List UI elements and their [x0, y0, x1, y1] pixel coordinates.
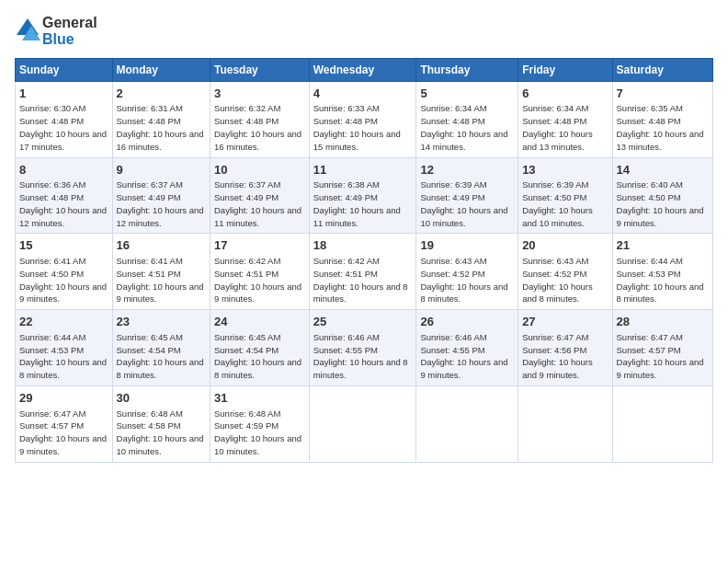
day-info: Sunrise: 6:36 AMSunset: 4:48 PMDaylight:… [19, 179, 107, 227]
day-info: Sunrise: 6:35 AMSunset: 4:48 PMDaylight:… [617, 103, 704, 151]
day-number: 30 [117, 390, 206, 407]
day-cell: 31Sunrise: 6:48 AMSunset: 4:59 PMDayligh… [210, 385, 310, 462]
day-cell: 18Sunrise: 6:42 AMSunset: 4:51 PMDayligh… [309, 234, 416, 310]
day-cell: 24Sunrise: 6:45 AMSunset: 4:54 PMDayligh… [210, 310, 310, 386]
day-cell: 6Sunrise: 6:34 AMSunset: 4:48 PMDaylight… [518, 81, 612, 157]
day-number: 23 [117, 314, 206, 330]
day-number: 17 [214, 237, 305, 254]
day-info: Sunrise: 6:34 AMSunset: 4:48 PMDaylight:… [522, 103, 593, 151]
week-row-2: 8Sunrise: 6:36 AMSunset: 4:48 PMDaylight… [16, 157, 713, 234]
day-cell: 26Sunrise: 6:46 AMSunset: 4:55 PMDayligh… [416, 310, 518, 386]
header-cell-monday: Monday [112, 58, 210, 81]
day-number: 29 [19, 390, 108, 407]
day-info: Sunrise: 6:45 AMSunset: 4:54 PMDaylight:… [214, 332, 301, 380]
week-row-4: 22Sunrise: 6:44 AMSunset: 4:53 PMDayligh… [16, 310, 713, 386]
day-cell: 4Sunrise: 6:33 AMSunset: 4:48 PMDaylight… [309, 81, 416, 157]
day-number: 6 [522, 86, 608, 102]
day-number: 18 [313, 237, 413, 254]
day-cell: 21Sunrise: 6:44 AMSunset: 4:53 PMDayligh… [612, 234, 712, 310]
header: General Blue [15, 15, 713, 49]
day-cell [309, 385, 416, 462]
day-number: 24 [214, 314, 305, 330]
day-info: Sunrise: 6:48 AMSunset: 4:58 PMDaylight:… [117, 408, 204, 456]
day-cell: 16Sunrise: 6:41 AMSunset: 4:51 PMDayligh… [112, 234, 210, 310]
day-info: Sunrise: 6:37 AMSunset: 4:49 PMDaylight:… [117, 179, 204, 227]
day-cell: 20Sunrise: 6:43 AMSunset: 4:52 PMDayligh… [518, 234, 612, 310]
day-cell: 9Sunrise: 6:37 AMSunset: 4:49 PMDaylight… [112, 157, 210, 234]
day-number: 15 [19, 237, 108, 254]
day-info: Sunrise: 6:38 AMSunset: 4:49 PMDaylight:… [313, 179, 401, 227]
day-cell: 14Sunrise: 6:40 AMSunset: 4:50 PMDayligh… [612, 157, 712, 234]
day-number: 13 [522, 162, 608, 178]
day-cell: 5Sunrise: 6:34 AMSunset: 4:48 PMDaylight… [416, 81, 518, 157]
day-info: Sunrise: 6:34 AMSunset: 4:48 PMDaylight:… [420, 103, 507, 151]
day-cell: 27Sunrise: 6:47 AMSunset: 4:56 PMDayligh… [518, 310, 612, 386]
header-cell-tuesday: Tuesday [210, 58, 310, 81]
day-cell: 12Sunrise: 6:39 AMSunset: 4:49 PMDayligh… [416, 157, 518, 234]
day-info: Sunrise: 6:44 AMSunset: 4:53 PMDaylight:… [19, 332, 107, 380]
day-number: 21 [617, 237, 709, 254]
day-info: Sunrise: 6:30 AMSunset: 4:48 PMDaylight:… [19, 103, 107, 151]
day-info: Sunrise: 6:46 AMSunset: 4:55 PMDaylight:… [313, 332, 408, 380]
calendar-table: SundayMondayTuesdayWednesdayThursdayFrid… [15, 58, 713, 463]
header-cell-sunday: Sunday [16, 58, 113, 81]
day-number: 27 [522, 314, 608, 330]
day-info: Sunrise: 6:33 AMSunset: 4:48 PMDaylight:… [313, 103, 401, 151]
day-info: Sunrise: 6:46 AMSunset: 4:55 PMDaylight:… [420, 332, 507, 380]
day-cell: 17Sunrise: 6:42 AMSunset: 4:51 PMDayligh… [210, 234, 310, 310]
day-number: 3 [214, 86, 305, 102]
day-cell: 28Sunrise: 6:47 AMSunset: 4:57 PMDayligh… [612, 310, 712, 386]
day-info: Sunrise: 6:43 AMSunset: 4:52 PMDaylight:… [420, 256, 507, 304]
week-row-3: 15Sunrise: 6:41 AMSunset: 4:50 PMDayligh… [16, 234, 713, 310]
header-cell-friday: Friday [518, 58, 612, 81]
day-number: 10 [214, 162, 305, 178]
logo-line2: Blue [42, 31, 97, 48]
day-number: 16 [117, 237, 206, 254]
day-number: 25 [313, 314, 413, 330]
day-info: Sunrise: 6:44 AMSunset: 4:53 PMDaylight:… [617, 256, 704, 304]
day-number: 12 [420, 162, 514, 178]
day-number: 2 [117, 86, 206, 102]
day-info: Sunrise: 6:45 AMSunset: 4:54 PMDaylight:… [117, 332, 204, 380]
logo-icon [15, 17, 40, 42]
day-info: Sunrise: 6:37 AMSunset: 4:49 PMDaylight:… [214, 179, 301, 227]
logo: General Blue [15, 15, 97, 49]
day-number: 26 [420, 314, 514, 330]
day-number: 9 [117, 162, 206, 178]
day-info: Sunrise: 6:40 AMSunset: 4:50 PMDaylight:… [617, 179, 704, 227]
day-number: 4 [313, 86, 413, 102]
day-cell [612, 385, 712, 462]
day-cell: 8Sunrise: 6:36 AMSunset: 4:48 PMDaylight… [16, 157, 113, 234]
day-cell: 10Sunrise: 6:37 AMSunset: 4:49 PMDayligh… [210, 157, 310, 234]
day-cell: 7Sunrise: 6:35 AMSunset: 4:48 PMDaylight… [612, 81, 712, 157]
header-cell-saturday: Saturday [612, 58, 712, 81]
day-number: 7 [617, 86, 709, 102]
day-cell: 11Sunrise: 6:38 AMSunset: 4:49 PMDayligh… [309, 157, 416, 234]
day-cell: 15Sunrise: 6:41 AMSunset: 4:50 PMDayligh… [16, 234, 113, 310]
day-cell [416, 385, 518, 462]
calendar-page: General Blue SundayMondayTuesdayWednesda… [0, 0, 728, 563]
day-cell: 22Sunrise: 6:44 AMSunset: 4:53 PMDayligh… [16, 310, 113, 386]
day-number: 5 [420, 86, 514, 102]
day-info: Sunrise: 6:41 AMSunset: 4:51 PMDaylight:… [117, 256, 204, 304]
day-info: Sunrise: 6:42 AMSunset: 4:51 PMDaylight:… [214, 256, 301, 304]
day-info: Sunrise: 6:31 AMSunset: 4:48 PMDaylight:… [117, 103, 204, 151]
day-cell: 23Sunrise: 6:45 AMSunset: 4:54 PMDayligh… [112, 310, 210, 386]
day-cell: 3Sunrise: 6:32 AMSunset: 4:48 PMDaylight… [210, 81, 310, 157]
day-info: Sunrise: 6:47 AMSunset: 4:57 PMDaylight:… [19, 408, 107, 456]
day-cell: 19Sunrise: 6:43 AMSunset: 4:52 PMDayligh… [416, 234, 518, 310]
week-row-5: 29Sunrise: 6:47 AMSunset: 4:57 PMDayligh… [16, 385, 713, 462]
day-cell: 29Sunrise: 6:47 AMSunset: 4:57 PMDayligh… [16, 385, 113, 462]
day-cell: 2Sunrise: 6:31 AMSunset: 4:48 PMDaylight… [112, 81, 210, 157]
day-info: Sunrise: 6:39 AMSunset: 4:50 PMDaylight:… [522, 179, 593, 227]
logo-line1: General [42, 15, 97, 31]
day-number: 22 [19, 314, 108, 330]
calendar-header-row: SundayMondayTuesdayWednesdayThursdayFrid… [16, 58, 713, 81]
day-number: 8 [19, 162, 108, 178]
calendar-body: 1Sunrise: 6:30 AMSunset: 4:48 PMDaylight… [16, 81, 713, 462]
day-number: 28 [617, 314, 709, 330]
day-info: Sunrise: 6:41 AMSunset: 4:50 PMDaylight:… [19, 256, 107, 304]
day-cell: 1Sunrise: 6:30 AMSunset: 4:48 PMDaylight… [16, 81, 113, 157]
day-cell: 30Sunrise: 6:48 AMSunset: 4:58 PMDayligh… [112, 385, 210, 462]
day-info: Sunrise: 6:32 AMSunset: 4:48 PMDaylight:… [214, 103, 301, 151]
